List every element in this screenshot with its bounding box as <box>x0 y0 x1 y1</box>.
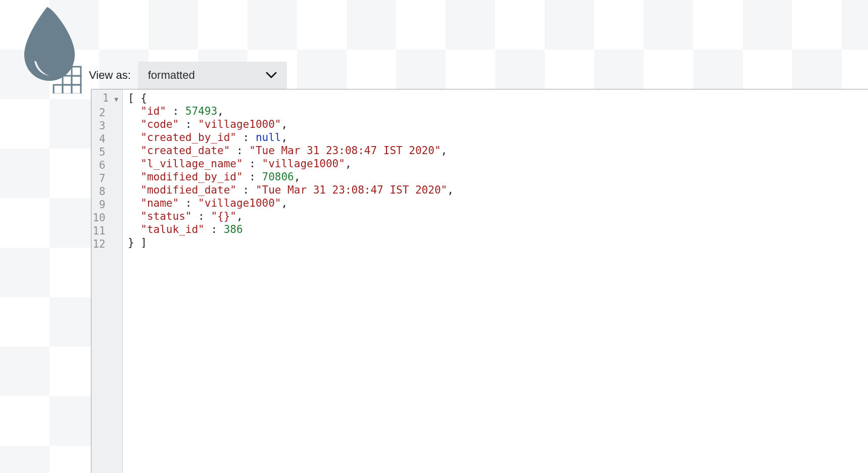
view-as-value: formatted <box>148 69 195 82</box>
line-number: 6 <box>91 159 118 172</box>
line-gutter: 1 ▼2 3 4 5 6 7 8 9 10 11 12 <box>91 89 123 473</box>
line-number: 7 <box>91 172 118 185</box>
line-number: 11 <box>91 224 118 238</box>
app-logo <box>14 5 85 93</box>
svg-rect-3 <box>63 85 72 93</box>
fold-caret-icon[interactable]: ▼ <box>110 96 118 103</box>
chevron-down-icon <box>266 69 277 82</box>
line-number: 3 <box>91 119 118 132</box>
svg-rect-2 <box>54 85 63 93</box>
svg-rect-1 <box>72 76 81 85</box>
view-toolbar: View as: formatted <box>89 62 287 89</box>
line-number: 8 <box>91 185 118 198</box>
svg-rect-0 <box>63 76 72 85</box>
svg-rect-5 <box>72 67 81 76</box>
line-number: 9 <box>91 198 118 211</box>
json-editor[interactable]: 1 ▼2 3 4 5 6 7 8 9 10 11 12 [ { "id" : 5… <box>91 89 868 473</box>
line-number: 10 <box>91 211 118 224</box>
line-number: 5 <box>91 146 118 159</box>
view-as-label: View as: <box>89 69 131 82</box>
view-as-select[interactable]: formatted <box>138 62 287 89</box>
code-area[interactable]: [ { "id" : 57493, "code" : "village1000"… <box>123 89 868 473</box>
line-number: 1 ▼ <box>91 91 118 106</box>
line-number: 2 <box>91 106 118 119</box>
line-number: 4 <box>91 132 118 146</box>
svg-rect-4 <box>72 85 81 93</box>
line-number: 12 <box>91 238 118 251</box>
